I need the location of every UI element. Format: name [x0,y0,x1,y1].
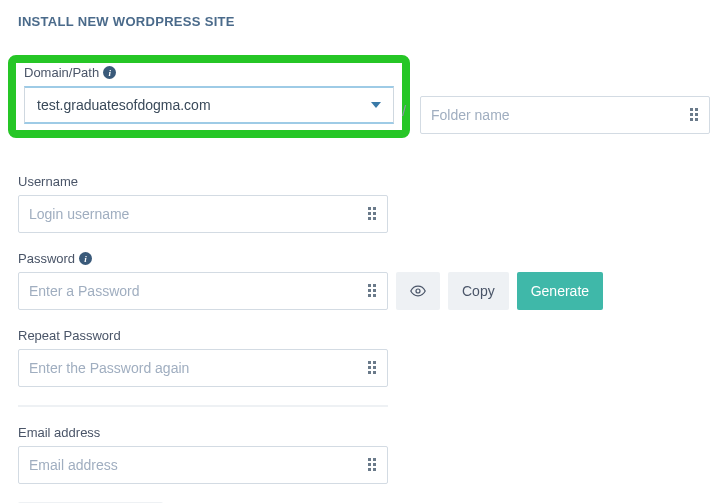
svg-point-18 [416,289,420,293]
chevron-down-icon [371,102,381,108]
svg-rect-17 [373,294,376,297]
repeat-password-group: Repeat Password [18,328,388,387]
svg-rect-30 [373,468,376,471]
svg-rect-15 [373,289,376,292]
eye-icon [410,284,426,298]
svg-rect-10 [368,217,371,220]
svg-rect-9 [373,212,376,215]
handle-icon [368,361,378,375]
domain-path-row: Domain/Path i test.graduatesofdogma.com … [18,55,710,156]
svg-rect-22 [373,366,376,369]
generate-button[interactable]: Generate [517,272,603,310]
username-label: Username [18,174,388,189]
handle-icon [368,284,378,298]
repeat-password-input[interactable] [18,349,388,387]
svg-rect-5 [695,118,698,121]
svg-rect-14 [368,289,371,292]
svg-rect-3 [695,113,698,116]
svg-rect-26 [373,458,376,461]
username-group: Username [18,174,388,233]
password-input[interactable] [18,272,388,310]
svg-rect-21 [368,366,371,369]
svg-rect-4 [690,118,693,121]
domain-highlight: Domain/Path i test.graduatesofdogma.com [8,55,410,138]
svg-rect-24 [373,371,376,374]
email-label: Email address [18,425,388,440]
svg-rect-12 [368,284,371,287]
password-group: Password i Copy Generate [18,251,710,310]
svg-rect-25 [368,458,371,461]
svg-rect-28 [373,463,376,466]
svg-rect-8 [368,212,371,215]
divider [18,405,388,407]
folder-input[interactable] [420,96,710,134]
password-label: Password i [18,251,710,266]
svg-rect-20 [373,361,376,364]
repeat-password-label: Repeat Password [18,328,388,343]
page-title: INSTALL NEW WORDPRESS SITE [18,14,710,29]
handle-icon [368,458,378,472]
svg-rect-23 [368,371,371,374]
username-input[interactable] [18,195,388,233]
svg-rect-27 [368,463,371,466]
handle-icon [690,108,700,122]
copy-button[interactable]: Copy [448,272,509,310]
info-icon[interactable]: i [79,252,92,265]
domain-select-value: test.graduatesofdogma.com [37,97,211,113]
svg-rect-29 [368,468,371,471]
svg-rect-16 [368,294,371,297]
svg-rect-1 [695,108,698,111]
svg-rect-0 [690,108,693,111]
svg-rect-2 [690,113,693,116]
domain-select[interactable]: test.graduatesofdogma.com [24,86,394,124]
show-password-button[interactable] [396,272,440,310]
svg-rect-13 [373,284,376,287]
domain-path-label: Domain/Path i [24,65,394,80]
handle-icon [368,207,378,221]
svg-rect-7 [373,207,376,210]
svg-rect-19 [368,361,371,364]
info-icon[interactable]: i [103,66,116,79]
svg-rect-6 [368,207,371,210]
password-label-text: Password [18,251,75,266]
email-group: Email address [18,425,388,484]
svg-rect-11 [373,217,376,220]
email-input[interactable] [18,446,388,484]
domain-path-label-text: Domain/Path [24,65,99,80]
